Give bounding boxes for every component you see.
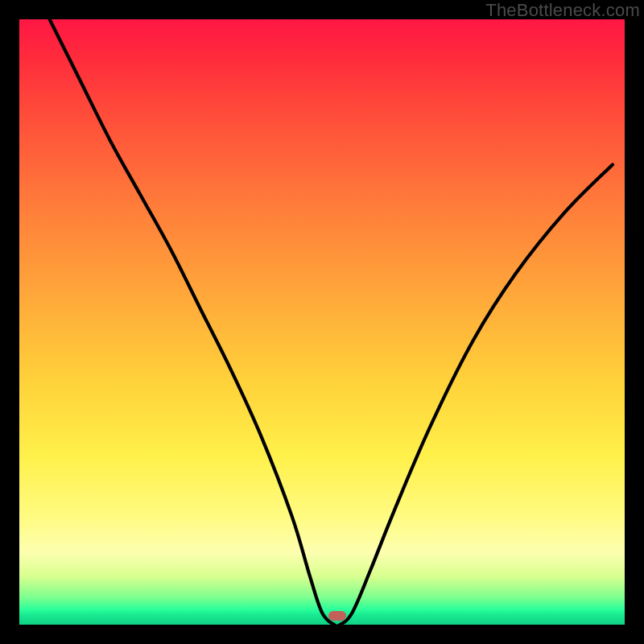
optimal-point-marker: [328, 611, 346, 621]
watermark-text: TheBottleneck.com: [485, 0, 640, 21]
bottleneck-curve: [19, 19, 625, 625]
chart-container: TheBottleneck.com: [0, 0, 644, 644]
